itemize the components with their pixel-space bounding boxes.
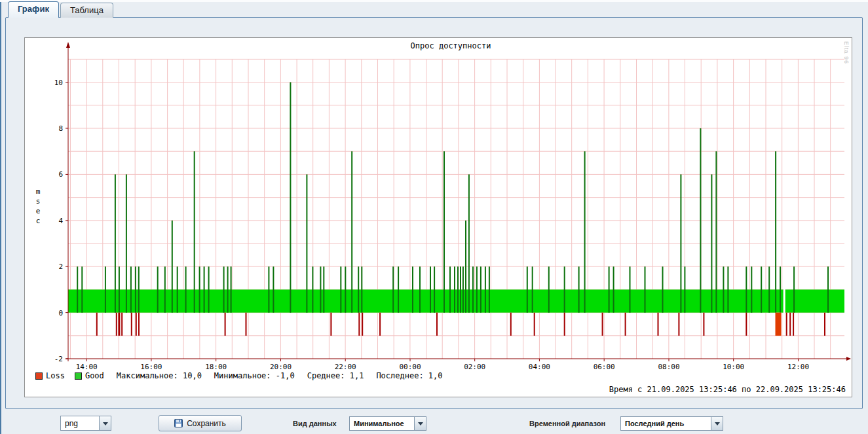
svg-text:2: 2: [58, 262, 63, 271]
tab-table-label: Таблица: [70, 5, 104, 15]
time-range-text: Время с 21.09.2025 13:25:46 по 22.09.202…: [609, 385, 846, 394]
time-range-label: Временной диапазон: [529, 420, 605, 427]
stat-last: Последнее: 1,0: [376, 371, 442, 380]
format-select[interactable]: png: [60, 416, 111, 431]
chevron-down-icon[interactable]: [414, 417, 426, 430]
time-range-select[interactable]: Последний день: [620, 416, 723, 431]
application-window: { "tabs": [ { "label": "График" }, { "la…: [0, 0, 868, 434]
svg-text:-2: -2: [54, 355, 63, 363]
stat-avg: Среднее: 1,1: [307, 371, 364, 380]
svg-text:8: 8: [58, 124, 63, 133]
data-view-label: Вид данных: [293, 420, 337, 427]
loss-label: Loss: [46, 371, 65, 380]
bottom-toolbar: png Сохранить Вид данных Минимальное Вре…: [0, 414, 868, 434]
svg-text:00:00: 00:00: [399, 363, 421, 371]
time-range-select-value: Последний день: [621, 417, 711, 430]
svg-text:6: 6: [58, 170, 63, 179]
loss-swatch: [35, 372, 43, 380]
stat-max: Максимальное: 10,0: [117, 371, 202, 380]
save-button[interactable]: Сохранить: [159, 415, 242, 431]
svg-text:e: e: [36, 207, 41, 215]
data-view-select-value: Минимальное: [350, 417, 414, 430]
svg-text:06:00: 06:00: [594, 363, 615, 371]
svg-text:m: m: [36, 187, 41, 196]
tab-bar: График Таблица: [8, 1, 115, 18]
svg-text:18:00: 18:00: [205, 363, 227, 371]
chart-area: -2024681014:0016:0018:0020:0022:0000:000…: [24, 37, 852, 397]
chevron-down-icon[interactable]: [711, 417, 723, 430]
svg-text:4: 4: [58, 217, 63, 225]
svg-text:s: s: [36, 197, 41, 206]
svg-text:10: 10: [54, 79, 63, 87]
svg-text:20:00: 20:00: [270, 363, 292, 371]
svg-text:02:00: 02:00: [464, 363, 485, 371]
svg-text:16:00: 16:00: [140, 363, 162, 371]
svg-text:c: c: [36, 217, 41, 225]
stat-min: Минимальное: -1,0: [214, 371, 295, 380]
chart-legend: Loss Good Максимальное: 10,0 Минимальное…: [35, 371, 443, 380]
format-select-value: png: [61, 416, 99, 430]
window-top-edge: [0, 0, 868, 2]
tab-graph[interactable]: График: [8, 1, 59, 18]
chevron-down-icon[interactable]: [99, 416, 111, 430]
tab-graph-label: График: [18, 4, 49, 14]
good-label: Good: [85, 371, 104, 380]
svg-text:08:00: 08:00: [658, 363, 679, 371]
tab-table[interactable]: Таблица: [60, 3, 113, 18]
save-icon: [174, 419, 183, 427]
svg-text:04:00: 04:00: [529, 363, 550, 371]
svg-text:22:00: 22:00: [335, 363, 356, 371]
svg-text:14:00: 14:00: [76, 363, 98, 371]
watermark-text: Elta 96: [843, 41, 850, 64]
svg-text:Опрос доступности: Опрос доступности: [411, 41, 491, 50]
data-view-select[interactable]: Минимальное: [349, 416, 426, 431]
availability-chart: -2024681014:0016:0018:0020:0022:0000:000…: [25, 38, 852, 371]
save-button-label: Сохранить: [187, 419, 226, 428]
window-left-border: [0, 0, 1, 434]
svg-text:10:00: 10:00: [723, 363, 744, 371]
svg-text:0: 0: [58, 309, 63, 317]
good-swatch: [75, 372, 82, 380]
svg-text:12:00: 12:00: [787, 363, 809, 371]
graph-panel: -2024681014:0016:0018:0020:0022:0000:000…: [5, 17, 863, 409]
